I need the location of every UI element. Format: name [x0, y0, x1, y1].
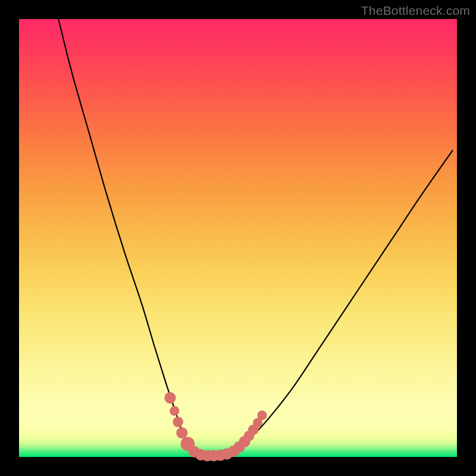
watermark-text: TheBottleneck.com [361, 4, 470, 18]
highlight-dot [164, 392, 176, 403]
bottleneck-curve [58, 19, 452, 456]
highlight-dot [170, 406, 179, 416]
chart-svg [19, 19, 457, 457]
highlight-dot [176, 427, 187, 439]
highlight-dots [164, 392, 267, 461]
highlight-dot [173, 416, 183, 427]
chart-frame: TheBottleneck.com [0, 0, 476, 476]
highlight-dot [257, 411, 267, 420]
chart-plot-area [19, 19, 457, 457]
